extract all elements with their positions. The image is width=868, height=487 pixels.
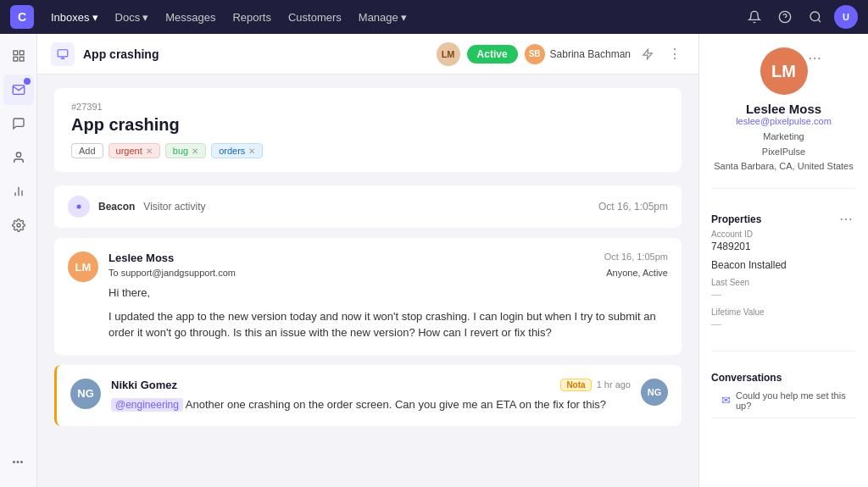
contact-avatar: LM — [760, 47, 808, 95]
properties-header: Properties ⋯ — [711, 209, 856, 230]
svg-rect-5 — [19, 51, 24, 55]
main-layout: ••• App crashing LM Active SB Sabrina Ba… — [0, 34, 868, 487]
svg-point-2 — [810, 12, 820, 21]
conversation-info-card: #27391 App crashing Add urgent ✕ bug ✕ o… — [54, 88, 682, 172]
more-options-button[interactable]: ⋮ — [665, 44, 685, 64]
sidebar-item-more[interactable]: ••• — [3, 450, 34, 480]
contact-dept: Marketing PixelPulse Santa Barbara, CA, … — [711, 130, 856, 174]
agent-chip: SB Sabrina Bachman — [525, 44, 631, 64]
header-actions: LM Active SB Sabrina Bachman ⋮ — [437, 42, 685, 66]
last-seen-row: Last Seen — — [711, 278, 856, 301]
tag-orders[interactable]: orders ✕ — [211, 143, 263, 158]
svg-rect-6 — [19, 57, 24, 61]
agent-avatar: SB — [525, 44, 545, 64]
account-id-row: Account ID 7489201 — [711, 230, 856, 252]
beacon-row: Beacon Installed — [711, 259, 856, 271]
conversations-section: Conversations ✉ Could you help me set th… — [711, 365, 856, 418]
app-logo[interactable]: C — [10, 5, 34, 29]
add-tag-button[interactable]: Add — [71, 143, 103, 158]
page-title: App crashing — [83, 47, 428, 61]
nav-manage[interactable]: Manage ▾ — [352, 8, 414, 27]
conversation-id: #27391 — [71, 102, 665, 112]
note-content: Nikki Gomez Nota 1 hr ago @engineering A… — [111, 379, 631, 413]
contact-info-section: LM ⋯ Leslee Moss leslee@pixelpulse.com M… — [711, 47, 856, 174]
sidebar: ••• — [0, 34, 37, 487]
main-content: App crashing LM Active SB Sabrina Bachma… — [37, 34, 698, 487]
message-header: Leslee Moss Oct 16, 1:05pm — [108, 252, 668, 264]
nav-inboxes[interactable]: Inboxes ▾ — [44, 8, 105, 27]
svg-point-12 — [17, 224, 20, 227]
nav-messages[interactable]: Messages — [159, 8, 222, 27]
note-sender-avatar: NG — [70, 379, 101, 409]
contact-email[interactable]: leslee@pixelpulse.com — [711, 116, 856, 126]
conversations-header: Conversations — [711, 372, 856, 384]
conversation-preview-item[interactable]: ✉ Could you help me set this up? — [711, 384, 856, 418]
sidebar-item-reports[interactable] — [3, 176, 34, 207]
sidebar-item-inbox[interactable] — [3, 75, 34, 105]
conversation-icon — [51, 42, 75, 66]
svg-rect-4 — [14, 51, 18, 55]
status-badge[interactable]: Active — [467, 45, 518, 64]
contact-avatar-small: LM — [437, 42, 460, 66]
sidebar-item-chat[interactable] — [3, 108, 34, 139]
lightning-icon[interactable] — [637, 44, 658, 64]
note-header: Nikki Gomez Nota 1 hr ago — [111, 379, 631, 391]
conversation-title: App crashing — [71, 115, 665, 135]
tags-container: Add urgent ✕ bug ✕ orders ✕ — [71, 143, 665, 158]
nav-right-section: U — [743, 5, 858, 29]
svg-rect-7 — [14, 57, 18, 61]
properties-section: Properties ⋯ Account ID 7489201 Beacon I… — [711, 202, 856, 337]
help-icon[interactable] — [773, 5, 797, 29]
sidebar-item-home[interactable] — [3, 41, 34, 71]
mention-tag: @engineering — [111, 398, 183, 412]
note-text: @engineering Another one crashing on the… — [111, 396, 631, 413]
activity-row: Beacon Visitor activity Oct 16, 1:05pm — [54, 185, 682, 228]
notification-icon[interactable] — [743, 5, 766, 29]
message-text: Hi there, I updated the app to the new v… — [108, 285, 668, 341]
properties-more-button[interactable]: ⋯ — [836, 209, 856, 230]
right-panel: LM ⋯ Leslee Moss leslee@pixelpulse.com M… — [698, 34, 868, 487]
svg-marker-16 — [643, 49, 653, 59]
message-card: LM Leslee Moss Oct 16, 1:05pm To support… — [54, 238, 682, 355]
nav-docs[interactable]: Docs ▾ — [108, 8, 156, 27]
user-avatar[interactable]: U — [834, 5, 858, 29]
message-body: #27391 App crashing Add urgent ✕ bug ✕ o… — [37, 75, 698, 487]
search-icon[interactable] — [804, 5, 827, 29]
nav-customers[interactable]: Customers — [281, 8, 348, 27]
mail-icon: ✉ — [721, 394, 731, 407]
svg-point-8 — [16, 152, 20, 157]
sidebar-item-contacts[interactable] — [3, 142, 34, 173]
sidebar-item-settings[interactable] — [3, 210, 34, 241]
lifetime-value-row: Lifetime Value — — [711, 307, 856, 330]
svg-line-3 — [818, 19, 821, 22]
tag-urgent[interactable]: urgent ✕ — [108, 143, 160, 158]
top-navigation: C Inboxes ▾ Docs ▾ Messages Reports Cust… — [0, 0, 868, 34]
conversation-header: App crashing LM Active SB Sabrina Bachma… — [37, 34, 698, 75]
tag-bug[interactable]: bug ✕ — [165, 143, 206, 158]
contact-more-button[interactable]: ⋯ — [804, 47, 825, 68]
message-content: Leslee Moss Oct 16, 1:05pm To support@ja… — [108, 252, 668, 341]
note-card: NG Nikki Gomez Nota 1 hr ago @engineerin… — [54, 365, 682, 427]
contact-name: Leslee Moss — [711, 102, 856, 116]
inbox-badge — [24, 78, 31, 85]
divider-1 — [711, 188, 856, 189]
beacon-icon — [68, 196, 90, 218]
divider-2 — [711, 351, 856, 351]
message-to: To support@jandgsupport.com Anyone, Acti… — [108, 268, 668, 278]
note-avatar-right: NG — [641, 379, 668, 406]
note-badge: Nota — [560, 379, 591, 391]
sender-avatar: LM — [68, 252, 98, 282]
svg-rect-13 — [58, 49, 68, 56]
nav-reports[interactable]: Reports — [225, 8, 278, 27]
svg-point-17 — [77, 205, 81, 209]
